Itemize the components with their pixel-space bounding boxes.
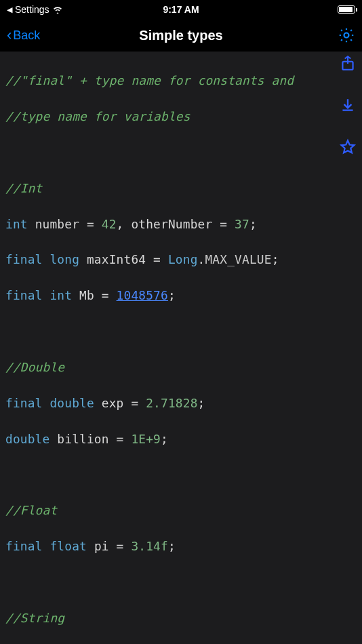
comment: //Int xyxy=(5,181,43,195)
comment: //"final" + type name for constants and xyxy=(5,73,294,87)
comment: //type name for variables xyxy=(5,109,190,123)
page-title: Simple types xyxy=(139,28,222,43)
battery-icon xyxy=(338,5,355,14)
star-icon[interactable] xyxy=(339,138,357,156)
status-left[interactable]: ◀ Settings xyxy=(7,4,63,15)
status-right xyxy=(338,5,355,14)
gear-icon[interactable] xyxy=(338,26,355,44)
status-time: 9:17 AM xyxy=(163,4,199,15)
breadcrumb-back-arrow: ◀ xyxy=(7,5,12,14)
nav-bar: ‹ Back Simple types xyxy=(0,19,362,52)
code-editor[interactable]: //"final" + type name for constants and … xyxy=(0,52,362,644)
download-icon[interactable] xyxy=(339,96,357,114)
wifi-icon xyxy=(52,5,63,14)
status-bar: ◀ Settings 9:17 AM xyxy=(0,0,362,19)
comment: //String xyxy=(5,611,64,625)
breadcrumb-app: Settings xyxy=(15,4,49,15)
svg-point-0 xyxy=(344,33,349,38)
comment: //Float xyxy=(5,503,57,517)
back-label: Back xyxy=(13,28,40,43)
share-icon[interactable] xyxy=(339,54,357,72)
floating-toolbar xyxy=(339,54,357,156)
comment: //Double xyxy=(5,360,64,374)
chevron-left-icon: ‹ xyxy=(7,26,12,44)
number-link[interactable]: 1048576 xyxy=(117,288,168,302)
back-button[interactable]: ‹ Back xyxy=(7,26,40,44)
